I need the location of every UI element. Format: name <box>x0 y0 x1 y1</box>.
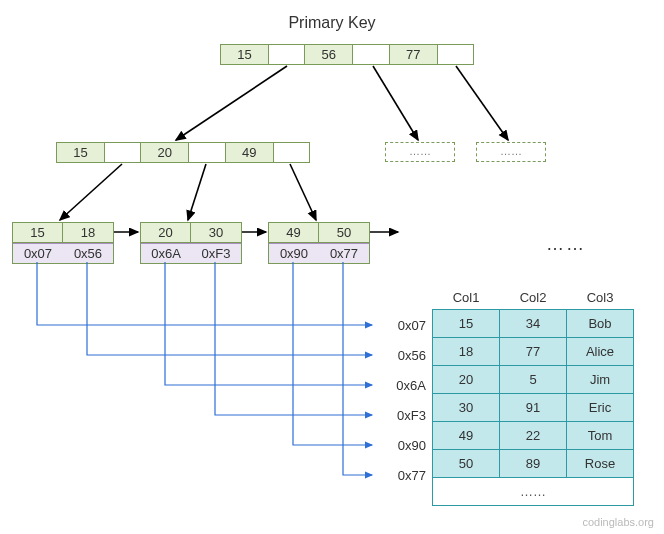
table-cell: …… <box>433 478 634 506</box>
table-cell: 22 <box>500 422 567 450</box>
table-row: 20 5 Jim <box>433 366 634 394</box>
btree-pointer-slot <box>105 143 141 162</box>
btree-root-node: 15 56 77 <box>220 44 474 65</box>
table-cell: 34 <box>500 310 567 338</box>
row-address: 0x07 <box>376 318 426 333</box>
leaf-pointer: 0xF3 <box>191 243 241 263</box>
table-cell: Eric <box>567 394 634 422</box>
leaf-ellipsis: …… <box>546 234 586 255</box>
btree-key: 15 <box>221 45 269 64</box>
table-row: 18 77 Alice <box>433 338 634 366</box>
leaf-pointer: 0x77 <box>319 243 369 263</box>
btree-pointer-slot <box>274 143 309 162</box>
leaf-key: 20 <box>141 223 191 243</box>
btree-leaf-node: 15 18 0x07 0x56 <box>12 222 114 264</box>
btree-pointer-slot <box>269 45 305 64</box>
diagram-title: Primary Key <box>288 14 375 32</box>
table-cell: Alice <box>567 338 634 366</box>
btree-key: 56 <box>305 45 353 64</box>
table-cell: Bob <box>567 310 634 338</box>
table-cell: 30 <box>433 394 500 422</box>
table-cell: 89 <box>500 450 567 478</box>
btree-key: 20 <box>141 143 189 162</box>
btree-pointer-slot <box>438 45 473 64</box>
table-cell: 5 <box>500 366 567 394</box>
btree-key: 49 <box>226 143 274 162</box>
btree-internal-node: 15 20 49 <box>56 142 310 163</box>
table-cell: 15 <box>433 310 500 338</box>
leaf-pointer: 0x07 <box>13 243 63 263</box>
table-header: Col3 <box>567 286 634 310</box>
table-header-row: Col1 Col2 Col3 <box>433 286 634 310</box>
watermark: codinglabs.org <box>582 516 654 528</box>
svg-line-4 <box>188 164 206 220</box>
leaf-pointer: 0x90 <box>269 243 319 263</box>
btree-pointer-slot <box>189 143 225 162</box>
table-cell: 91 <box>500 394 567 422</box>
leaf-key: 50 <box>319 223 369 243</box>
btree-node-placeholder: …… <box>385 142 455 162</box>
table-header: Col2 <box>500 286 567 310</box>
table-cell: Jim <box>567 366 634 394</box>
table-cell: 49 <box>433 422 500 450</box>
btree-leaf-node: 49 50 0x90 0x77 <box>268 222 370 264</box>
svg-line-2 <box>456 66 508 140</box>
svg-line-3 <box>60 164 122 220</box>
btree-node-placeholder: …… <box>476 142 546 162</box>
table-row: 15 34 Bob <box>433 310 634 338</box>
svg-line-1 <box>373 66 418 140</box>
table-cell: Tom <box>567 422 634 450</box>
btree-key: 77 <box>390 45 438 64</box>
row-address: 0x56 <box>376 348 426 363</box>
leaf-key: 15 <box>13 223 63 243</box>
btree-pointer-slot <box>353 45 389 64</box>
table-row: 30 91 Eric <box>433 394 634 422</box>
table-row: 50 89 Rose <box>433 450 634 478</box>
table-cell: 50 <box>433 450 500 478</box>
leaf-key: 49 <box>269 223 319 243</box>
row-address: 0x90 <box>376 438 426 453</box>
row-address: 0x77 <box>376 468 426 483</box>
leaf-key: 18 <box>63 223 113 243</box>
data-table: Col1 Col2 Col3 15 34 Bob 18 77 Alice 20 … <box>432 286 634 506</box>
table-cell: 18 <box>433 338 500 366</box>
table-cell: 77 <box>500 338 567 366</box>
svg-line-5 <box>290 164 316 220</box>
table-cell: 20 <box>433 366 500 394</box>
row-address: 0x6A <box>376 378 426 393</box>
leaf-key: 30 <box>191 223 241 243</box>
table-row-placeholder: …… <box>433 478 634 506</box>
leaf-pointer: 0x56 <box>63 243 113 263</box>
table-cell: Rose <box>567 450 634 478</box>
btree-key: 15 <box>57 143 105 162</box>
leaf-pointer: 0x6A <box>141 243 191 263</box>
btree-leaf-node: 20 30 0x6A 0xF3 <box>140 222 242 264</box>
table-row: 49 22 Tom <box>433 422 634 450</box>
table-header: Col1 <box>433 286 500 310</box>
row-address: 0xF3 <box>376 408 426 423</box>
svg-line-0 <box>176 66 287 140</box>
